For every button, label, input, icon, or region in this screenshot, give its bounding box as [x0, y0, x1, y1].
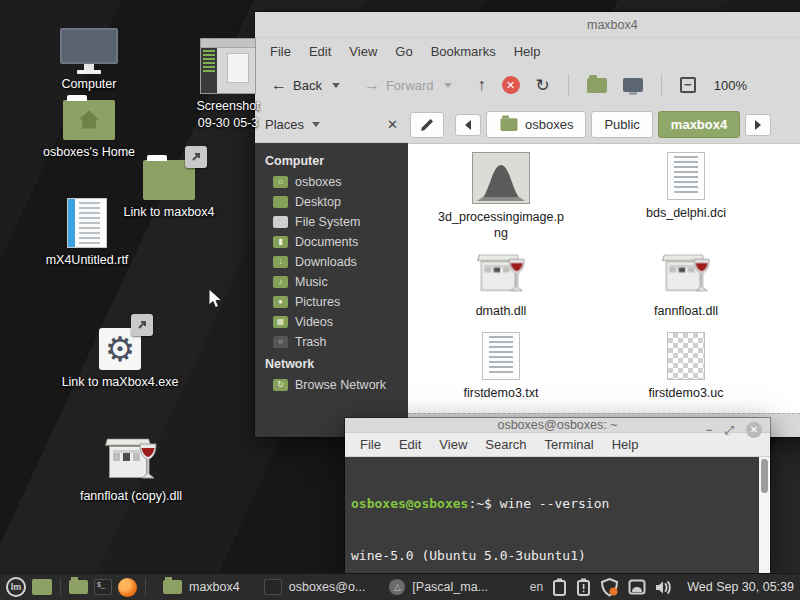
terminal-launcher[interactable]: $_	[94, 579, 112, 595]
desktop-icon-home[interactable]: osboxes's Home	[24, 100, 154, 161]
documents-folder-icon: ▮	[273, 236, 288, 248]
desktop-icon-computer[interactable]: Computer	[24, 28, 154, 93]
path-button-public[interactable]: Public	[591, 111, 652, 138]
menu-button[interactable]: lm	[6, 577, 26, 597]
minimize-icon[interactable]: −	[705, 424, 712, 436]
file-firstdemo3-uc[interactable]: firstdemo3.uc	[611, 332, 761, 401]
file-dmath-dll[interactable]: dmath.dll	[426, 252, 576, 319]
volume-icon[interactable]	[655, 579, 674, 596]
forward-button[interactable]: → Forward	[358, 72, 440, 98]
file-name: dmath.dll	[438, 303, 564, 319]
pictures-folder-icon: ●	[273, 296, 288, 308]
sidebar-item-pictures[interactable]: ●Pictures	[255, 292, 408, 312]
maximize-icon[interactable]: ⤢	[724, 424, 734, 436]
terminal-titlebar[interactable]: osboxes@osboxes: ~ − ⤢ ✕	[345, 418, 770, 433]
sidebar-item-filesystem[interactable]: File System	[255, 212, 408, 232]
sidebar-item-osboxes[interactable]: ⌂osboxes	[255, 172, 408, 192]
image-thumbnail-icon	[472, 152, 530, 204]
close-icon[interactable]: ✕	[746, 422, 762, 438]
menu-go[interactable]: Go	[388, 39, 419, 64]
menu-help[interactable]: Help	[605, 433, 646, 456]
refresh-button[interactable]: ↻	[530, 72, 556, 99]
path-scroll-left-button[interactable]	[455, 114, 481, 136]
sidebar-item-desktop[interactable]: Desktop	[255, 192, 408, 212]
clipboard-alert-icon[interactable]	[576, 578, 591, 596]
file-3d-processingimage[interactable]: 3d_processingimage.png	[426, 152, 576, 242]
file-bds-delphi[interactable]: bds_delphi.dci	[611, 152, 761, 221]
edit-location-button[interactable]	[410, 112, 444, 138]
menu-view[interactable]: View	[342, 39, 384, 64]
sidebar-close-icon[interactable]: ✕	[387, 117, 398, 132]
home-glyph-icon	[78, 110, 100, 130]
desktop-icon-rtf[interactable]: mX4Untitled.rtf	[22, 198, 152, 269]
window-indicator-icon[interactable]	[628, 579, 646, 595]
battery-icon[interactable]	[552, 578, 567, 596]
home-button[interactable]	[581, 73, 613, 98]
desktop-icon-screenshot[interactable]: Screenshot 09-30 05-3	[163, 38, 293, 132]
home-folder-icon	[501, 118, 518, 131]
network-folder-icon: ↻	[273, 379, 288, 391]
text-file-icon	[667, 152, 705, 200]
sidebar-item-documents[interactable]: ▮Documents	[255, 232, 408, 252]
sidebar-item-downloads[interactable]: ↓Downloads	[255, 252, 408, 272]
terminal-window[interactable]: osboxes@osboxes: ~ − ⤢ ✕ File Edit View …	[345, 418, 770, 570]
files-launcher[interactable]	[69, 580, 88, 594]
task-pascal[interactable]: △ [Pascal_ma...	[380, 576, 497, 598]
file-manager-window[interactable]: maxbox4 File Edit View Go Bookmarks Help…	[255, 12, 800, 437]
menu-help[interactable]: Help	[507, 39, 548, 64]
forward-dropdown-caret[interactable]	[444, 83, 452, 88]
zoom-out-icon: −	[680, 77, 696, 93]
menu-bookmarks[interactable]: Bookmarks	[424, 39, 503, 64]
keyboard-layout-indicator[interactable]: en	[530, 580, 543, 594]
up-button[interactable]: ↑	[472, 72, 492, 98]
file-firstdemo3-txt[interactable]: firstdemo3.txt	[426, 332, 576, 401]
menu-edit[interactable]: Edit	[302, 39, 338, 64]
stop-button[interactable]: ✕	[496, 71, 526, 99]
places-dropdown-caret	[312, 122, 320, 127]
back-dropdown-caret[interactable]	[332, 83, 340, 88]
task-maxbox4[interactable]: maxbox4	[154, 577, 249, 597]
file-view[interactable]: 3d_processingimage.png bds_delphi.dci dm…	[408, 144, 800, 413]
file-manager-titlebar[interactable]: maxbox4	[255, 12, 800, 38]
wine-glass-icon	[138, 442, 158, 482]
terminal-icon	[264, 579, 282, 595]
path-button-osboxes[interactable]: osboxes	[486, 111, 586, 138]
menu-view[interactable]: View	[432, 433, 474, 456]
clock[interactable]: Wed Sep 30, 05:39	[687, 580, 794, 594]
app-icon: △	[389, 579, 405, 595]
scrollbar-thumb[interactable]	[761, 459, 768, 493]
file-fannfloat-dll[interactable]: fannfloat.dll	[611, 252, 761, 319]
sidebar-item-videos[interactable]: ▦Videos	[255, 312, 408, 332]
path-bar: osboxes Public maxbox4	[408, 106, 800, 144]
trash-icon: ○	[273, 336, 288, 348]
toolbar-separator	[568, 74, 569, 96]
text-file-icon	[482, 332, 520, 380]
menu-file[interactable]: File	[353, 433, 388, 456]
file-name: fannfloat.dll	[623, 303, 749, 319]
menu-terminal[interactable]: Terminal	[538, 433, 601, 456]
desktop-icon-fannfloat-copy[interactable]: fannfloat (copy).dll	[66, 438, 196, 505]
desktop-icon-label: mX4Untitled.rtf	[46, 252, 129, 269]
desktop-icon-link-exe[interactable]: ⚙ Link to maXbox4.exe	[55, 328, 185, 391]
update-shield-icon[interactable]	[600, 578, 619, 597]
forward-arrow-icon: →	[364, 77, 380, 93]
screenshot-thumbnail-icon	[200, 38, 256, 94]
menu-search[interactable]: Search	[478, 433, 533, 456]
path-button-maxbox4[interactable]: maxbox4	[658, 111, 740, 138]
zoom-out-button[interactable]: −	[674, 72, 702, 98]
sidebar-item-trash[interactable]: ○Trash	[255, 332, 408, 352]
videos-folder-icon: ▦	[273, 316, 288, 328]
downloads-folder-icon: ↓	[273, 256, 288, 268]
gear-glyph-icon: ⚙	[105, 332, 135, 366]
sidebar-item-browse-network[interactable]: ↻Browse Network	[255, 375, 408, 395]
show-desktop-button[interactable]	[32, 579, 52, 595]
desktop-icon-label: osboxes's Home	[43, 144, 135, 161]
task-terminal[interactable]: osboxes@o...	[255, 576, 375, 598]
firefox-launcher[interactable]	[118, 578, 137, 597]
wine-dll-icon	[476, 254, 526, 296]
menu-edit[interactable]: Edit	[392, 433, 428, 456]
sidebar-item-music[interactable]: ♪Music	[255, 272, 408, 292]
taskbar-separator	[145, 578, 146, 596]
path-scroll-right-button[interactable]	[745, 114, 771, 136]
computer-button[interactable]	[617, 73, 649, 97]
